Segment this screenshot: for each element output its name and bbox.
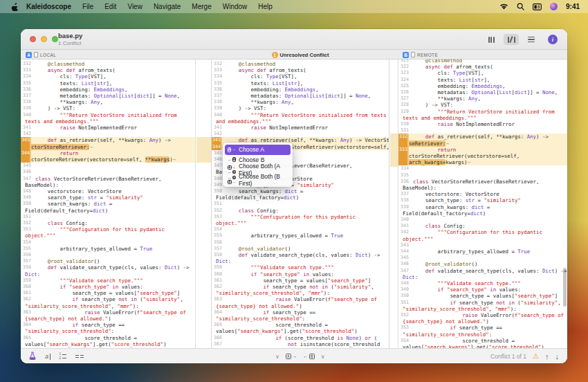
window-title-block: base.py 1 Conflict: [58, 32, 82, 46]
code-text: if (score_threshold is None) or (: [212, 335, 389, 341]
choose-b-action-icon[interactable]: ←B: [303, 354, 315, 359]
menu-item-label: Choose A: [239, 146, 264, 153]
menu-window[interactable]: Window: [223, 3, 248, 10]
line-number: 367: [212, 341, 222, 347]
code-text: """Configuration for this pydantic objec…: [398, 229, 567, 242]
apple-menu-icon[interactable]: [11, 2, 19, 11]
line-number: 362: [212, 284, 222, 296]
menu-item-choose-a[interactable]: A→Choose A: [225, 145, 291, 155]
line-number: 352: [398, 312, 409, 325]
code-line: 350 search_kwargs: dict = Field(default_…: [21, 201, 195, 213]
code-text: **kwargs: Any,: [212, 99, 389, 105]
code-text: arbitrary_types_allowed = True: [21, 246, 195, 252]
line-number: 353: [21, 226, 31, 239]
view-mode-unified-button[interactable]: [524, 34, 539, 45]
code-text: class VectorStoreRetriever(BaseRetriever…: [398, 179, 567, 191]
line-number: 352: [212, 208, 222, 214]
view-mode-two-pane-button[interactable]: [484, 34, 499, 45]
code-text: score_threshold = values["search_kwargs"…: [212, 322, 389, 334]
code-text: [21, 214, 195, 220]
line-number: 322: [398, 64, 409, 70]
code-line: 347class VectorStoreRetriever(BaseRetrie…: [21, 176, 195, 188]
code-text: texts: List[str],: [212, 80, 389, 87]
choose-b-icon: ←B: [228, 157, 236, 162]
code-text: if search_type == "similarity_score_thre…: [212, 309, 389, 322]
code-text: return VectorStoreRetriever(vectorstore=…: [21, 150, 195, 163]
line-numbers-icon[interactable]: 12: [59, 353, 66, 360]
menu-file[interactable]: File: [82, 3, 93, 10]
choose-a-action-icon[interactable]: A→: [286, 354, 297, 359]
code-text: [398, 255, 567, 261]
code-line: 351 if search_type not in ("similarity",…: [398, 300, 567, 312]
line-number: 336: [398, 179, 409, 191]
file-info-button[interactable]: i: [548, 35, 558, 44]
code-text: [212, 131, 389, 137]
stage-manager-icon[interactable]: [533, 3, 542, 10]
conflict-connector-left: [196, 137, 211, 163]
code-line: 334: [398, 165, 567, 172]
line-number: 364: [212, 309, 222, 322]
previous-conflict-button[interactable]: ↑: [545, 353, 549, 361]
remote-code-pane[interactable]: 321 @classmethod322 async def afrom_text…: [398, 60, 567, 348]
menu-edit[interactable]: Edit: [104, 3, 116, 10]
wrap-lines-icon[interactable]: [75, 355, 84, 358]
minimize-button[interactable]: [41, 36, 47, 42]
code-text: search_type: str = "similarity": [398, 197, 567, 203]
conflict-pane-header[interactable]: 1 Unresolved Conflict: [211, 50, 389, 60]
code-line: 338 **kwargs: Any,: [212, 99, 389, 105]
chevron-down-icon[interactable]: ∨: [321, 354, 325, 360]
code-line: 354 score_threshold = values["search_kwa…: [398, 338, 567, 348]
text-style-icon[interactable]: a: [45, 354, 50, 360]
badge-a: A: [26, 52, 32, 58]
line-number: 359: [21, 278, 31, 284]
line-number: 338: [398, 197, 409, 203]
code-line: 340 """Return VectorStore initialized fr…: [212, 112, 389, 125]
code-line: 367 not isinstance(score_threshold: [212, 341, 389, 347]
close-button[interactable]: [30, 36, 36, 42]
code-text: search_type: str = "similarity": [21, 194, 195, 201]
code-text: async def afrom_texts(: [212, 67, 389, 73]
code-text: if search_type == "similarity_score_thre…: [398, 325, 567, 337]
menubar-app-name[interactable]: Kaleidoscope: [26, 3, 71, 10]
local-pane-header[interactable]: A LOCAL: [26, 50, 56, 60]
code-text: def as_retriever(self, **kwargs: Any) ->…: [21, 137, 195, 149]
next-conflict-button[interactable]: ↓: [555, 353, 560, 361]
line-number: 340: [212, 112, 222, 125]
menu-view[interactable]: View: [127, 3, 143, 10]
local-code-pane[interactable]: 332 @classmethod333 async def afrom_text…: [21, 60, 196, 348]
code-line: 363 raise ValueError(f"search_type of {s…: [212, 296, 389, 309]
menu-item-choose-both-b-first-[interactable]: ←BA→Choose Both (B First): [225, 175, 291, 185]
line-number: 354: [398, 338, 409, 348]
code-line: 344 return VectorStoreRetriever(vectorst…: [21, 150, 195, 163]
document-icon: [34, 52, 38, 57]
line-number: 360: [212, 271, 222, 278]
menu-help[interactable]: Help: [258, 3, 273, 10]
line-number: 324: [398, 77, 409, 83]
code-line: 359 """Validate search type.""": [21, 278, 195, 284]
code-line: 365 score_threshold = values["search_kwa…: [21, 335, 195, 347]
menu-merge[interactable]: Merge: [192, 3, 211, 10]
code-text: search_type = values["search_type"]: [21, 290, 195, 296]
menubar-clock[interactable]: 9:41: [566, 3, 580, 10]
code-text: """Return VectorStore initialized from t…: [398, 109, 567, 121]
remote-pane-header[interactable]: B REMOTE: [403, 50, 438, 60]
menu-navigate[interactable]: Navigate: [154, 3, 181, 10]
siri-icon[interactable]: [550, 3, 558, 10]
code-line: 345: [21, 163, 195, 169]
wifi-icon[interactable]: [499, 3, 508, 10]
chevron-down-icon[interactable]: ∨: [275, 354, 279, 360]
conflict-code-pane[interactable]: 332 @classmethod333 async def afrom_text…: [211, 60, 389, 348]
line-number: 345: [398, 255, 409, 261]
line-number: 345: [212, 150, 222, 156]
view-mode-fluid-button[interactable]: [504, 34, 519, 45]
remote-scrollbar[interactable]: [563, 268, 567, 307]
line-number: 341: [398, 223, 409, 229]
code-line: 356: [21, 252, 195, 258]
filter-changes-icon[interactable]: [29, 350, 36, 363]
line-number: 344: [212, 144, 222, 150]
zoom-button[interactable]: [52, 36, 58, 42]
search-icon[interactable]: [517, 3, 524, 10]
code-text: cls: Type[VST],: [21, 73, 195, 80]
code-line: 353 """Configuration for this pydantic o…: [212, 214, 389, 226]
code-line: 342: [212, 131, 389, 137]
